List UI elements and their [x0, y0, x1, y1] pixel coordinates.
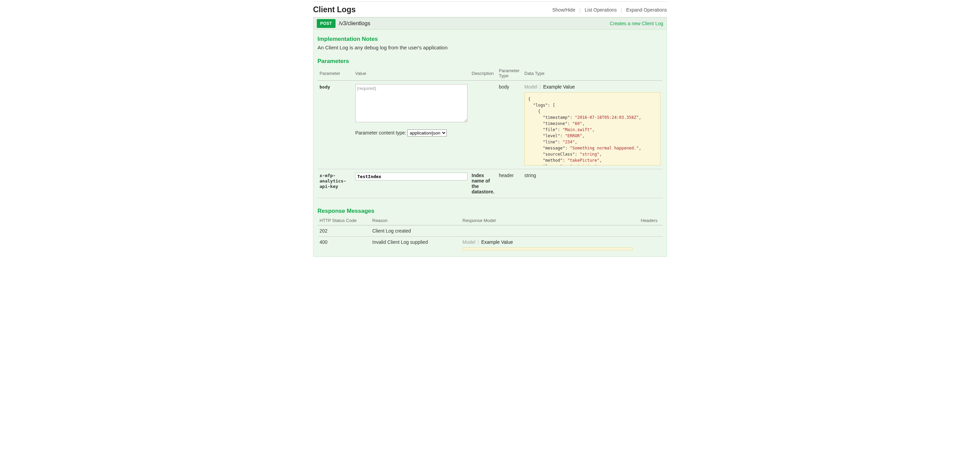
divider-icon: | — [621, 7, 622, 13]
table-row: 202 Client Log created — [318, 225, 662, 236]
model-tab[interactable]: Model — [524, 84, 537, 89]
expand-operations-link[interactable]: Expand Operations — [626, 7, 667, 13]
method-badge: POST — [317, 19, 336, 28]
content-type-row: Parameter content type: application/json — [355, 129, 468, 137]
data-type-apikey: string — [524, 173, 536, 178]
col-description: Description — [469, 67, 497, 81]
divider-icon: | — [579, 7, 581, 13]
content-type-select[interactable]: application/json — [407, 129, 447, 137]
col-status-code: HTTP Status Code — [318, 217, 370, 225]
apikey-input[interactable] — [355, 173, 468, 180]
example-json-box-small[interactable] — [463, 248, 633, 250]
param-name-body: body — [320, 85, 330, 89]
example-json-box[interactable]: { "logs": [ { "timestamp": "2016-07-18T0… — [524, 92, 660, 166]
parameters-heading: Parameters — [318, 58, 662, 65]
operation-summary[interactable]: Creates a new Client Log — [610, 21, 663, 26]
divider-icon — [478, 240, 479, 244]
section-header: Client Logs Show/Hide | List Operations … — [313, 4, 667, 18]
example-value-tab[interactable]: Example Value — [543, 84, 575, 89]
table-row: 400 Invalid Client Log supplied Model Ex… — [318, 236, 662, 253]
status-code: 400 — [320, 240, 327, 245]
model-example-toggle: Model Example Value — [524, 84, 660, 89]
content-type-label: Parameter content type: — [355, 130, 406, 136]
implementation-notes-heading: Implementation Notes — [318, 36, 662, 43]
operation-path[interactable]: /v3/clientlogs — [339, 21, 610, 27]
model-tab[interactable]: Model — [463, 240, 476, 245]
list-operations-link[interactable]: List Operations — [585, 7, 617, 13]
col-parameter: Parameter — [318, 67, 353, 81]
example-value-tab[interactable]: Example Value — [481, 240, 513, 245]
show-hide-link[interactable]: Show/Hide — [552, 7, 576, 13]
col-data-type: Data Type — [522, 67, 662, 81]
col-response-model: Response Model — [460, 217, 639, 225]
operation-body: Implementation Notes An Client Log is an… — [313, 30, 667, 257]
col-value: Value — [353, 67, 469, 81]
param-type-body: body — [499, 84, 509, 89]
apikey-description: Index name of the datastore. — [472, 173, 495, 195]
col-reason: Reason — [370, 217, 460, 225]
table-row: x-mfp-analytics-api-key Index name of th… — [318, 169, 662, 198]
col-parameter-type: Parameter Type — [497, 67, 522, 81]
parameters-table: Parameter Value Description Parameter Ty… — [318, 67, 662, 198]
status-reason: Client Log created — [372, 228, 411, 233]
body-textarea[interactable] — [355, 84, 468, 122]
param-name-apikey: x-mfp-analytics-api-key — [320, 173, 346, 189]
operation-row[interactable]: POST /v3/clientlogs Creates a new Client… — [313, 18, 667, 30]
col-headers: Headers — [639, 217, 662, 225]
section-title[interactable]: Client Logs — [313, 5, 356, 14]
status-reason: Invalid Client Log supplied — [372, 240, 428, 245]
param-type-apikey: header — [499, 173, 514, 178]
response-messages-heading: Response Messages — [318, 208, 662, 214]
responses-table: HTTP Status Code Reason Response Model H… — [318, 217, 662, 253]
divider-icon — [540, 85, 540, 89]
status-code: 202 — [320, 228, 327, 233]
section-links: Show/Hide | List Operations | Expand Ope… — [552, 7, 667, 13]
table-row: body Parameter content type: application… — [318, 81, 662, 169]
implementation-notes-text: An Client Log is any debug log from the … — [318, 45, 662, 50]
model-example-toggle: Model Example Value — [463, 240, 637, 245]
